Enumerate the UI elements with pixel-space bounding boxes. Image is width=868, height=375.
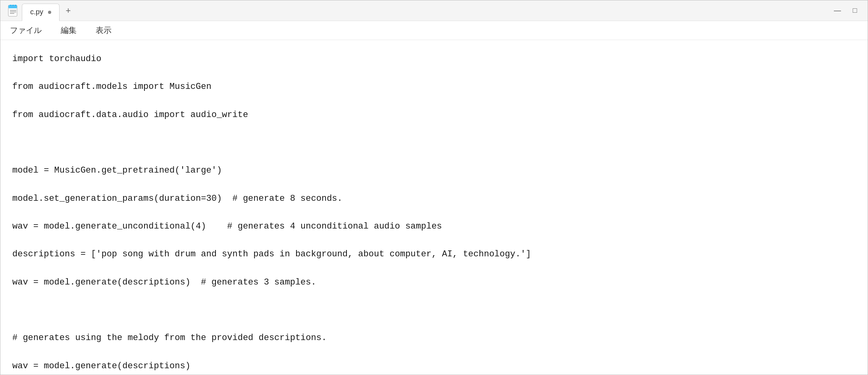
title-bar: c.py + — □ bbox=[0, 0, 868, 21]
minimize-button[interactable]: — bbox=[833, 6, 842, 15]
code-line: wav = model.generate(descriptions) # gen… bbox=[12, 275, 856, 289]
code-line: wav = model.generate(descriptions) bbox=[12, 359, 856, 373]
code-line: descriptions = ['pop song with drum and … bbox=[12, 247, 856, 261]
tab-filename: c.py bbox=[30, 8, 43, 16]
window-controls: — □ bbox=[833, 6, 864, 15]
code-line: wav = model.generate_unconditional(4) # … bbox=[12, 219, 856, 233]
code-line: from audiocraft.models import MusicGen bbox=[12, 80, 856, 94]
code-line: model = MusicGen.get_pretrained('large') bbox=[12, 163, 856, 177]
tab-modified-dot bbox=[48, 11, 51, 14]
editor-area[interactable]: import torchaudio from audiocraft.models… bbox=[0, 40, 868, 375]
edit-menu[interactable]: 編集 bbox=[59, 22, 78, 39]
view-menu[interactable]: 表示 bbox=[94, 22, 113, 39]
file-menu[interactable]: ファイル bbox=[8, 22, 43, 39]
maximize-button[interactable]: □ bbox=[850, 6, 860, 15]
code-line: model.set_generation_params(duration=30)… bbox=[12, 192, 856, 206]
code-line: # generates using the melody from the pr… bbox=[12, 331, 856, 345]
code-line bbox=[12, 136, 856, 150]
code-line: import torchaudio bbox=[12, 52, 856, 66]
code-editor[interactable]: import torchaudio from audiocraft.models… bbox=[12, 52, 856, 375]
menu-bar: ファイル 編集 表示 bbox=[0, 21, 868, 40]
code-line: from audiocraft.data.audio import audio_… bbox=[12, 108, 856, 122]
file-tab[interactable]: c.py bbox=[22, 4, 60, 21]
new-tab-button[interactable]: + bbox=[61, 4, 75, 18]
main-window: c.py + — □ ファイル 編集 表示 import torchaudio … bbox=[0, 0, 868, 375]
code-line bbox=[12, 303, 856, 317]
app-icon bbox=[4, 2, 22, 19]
